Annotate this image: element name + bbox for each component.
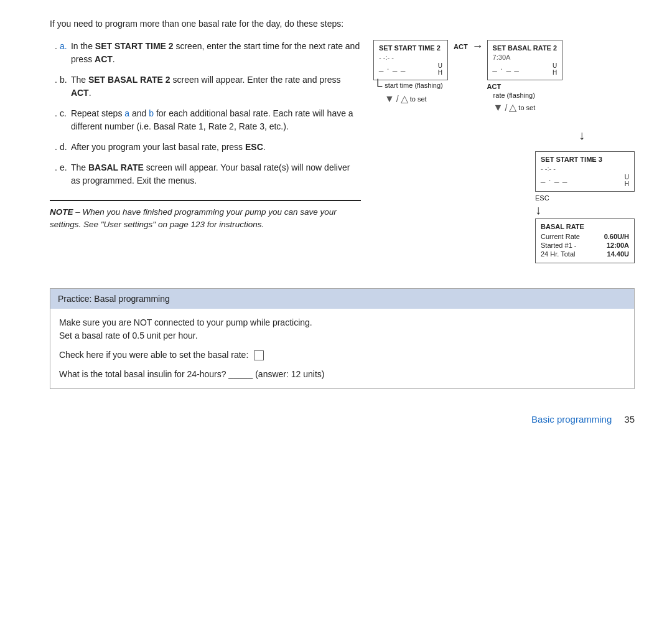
act1-label: ACT	[450, 43, 471, 50]
esc-container: ESC	[535, 194, 635, 202]
step-b: b. The SET BASAL RATE 2 screen will appe…	[50, 73, 361, 100]
screen3-title: SET START TIME 3	[541, 156, 629, 163]
screen3-container: SET START TIME 3 - -:- - _ . _ _ UH ESC …	[535, 151, 635, 263]
screen2-with-act: SET BASAL RATE 2 7:30A _ . _ _ UH ACT ra…	[487, 40, 563, 113]
footer-row: Basic programming 35	[50, 414, 635, 425]
screen2-title: SET BASAL RATE 2	[493, 44, 558, 52]
right-column: SET START TIME 2 - -:- - _ . _ _ UH └ st…	[373, 40, 635, 263]
basal-value-1: 0.60U/H	[604, 233, 629, 240]
note-text: NOTE – When you have finished programmin…	[50, 206, 361, 232]
triangle-up-icon-2: △	[509, 101, 516, 113]
start-time-annotation: └ start time (flashing)	[373, 82, 448, 90]
footer-page-num: 35	[624, 414, 635, 425]
bracket-annotation: └	[373, 82, 382, 90]
basal-value-3: 14.40U	[607, 250, 629, 258]
screen1-box: SET START TIME 2 - -:- - _ . _ _ UH	[373, 40, 448, 80]
screen3-uh: UH	[625, 174, 629, 187]
slash-divider-2: /	[505, 103, 507, 113]
start-time-label: start time (flashing)	[385, 82, 443, 89]
step-d: d. After you program your last basal rat…	[50, 141, 361, 154]
screen2-dashes: _ . _ _ UH	[493, 62, 558, 76]
screen1-uh: UH	[438, 62, 442, 76]
step-c: c. Repeat steps a and b for each additio…	[50, 107, 361, 133]
left-column: a. In the SET START TIME 2 screen, enter…	[50, 40, 361, 263]
screen1-container: SET START TIME 2 - -:- - _ . _ _ UH └ st…	[373, 40, 448, 105]
basal-rate-screen: BASAL RATE Current Rate 0.60U/H Started …	[535, 218, 635, 263]
screen1-title: SET START TIME 2	[379, 44, 442, 52]
triangle-up-icon: △	[401, 93, 408, 105]
screen2-value: 7:30A	[493, 54, 558, 61]
triangle-down-icon-2: ▼	[493, 102, 503, 113]
screen1-icons: ▼ / △ to set	[385, 93, 448, 105]
basal-label-1: Current Rate	[541, 233, 580, 240]
basal-row-2: Started #1 - 12:00A	[541, 242, 629, 249]
practice-body: Make sure you are NOT connected to your …	[50, 309, 634, 388]
practice-line3: Check here if you were able to set the b…	[59, 349, 625, 362]
to-set-label-1: to set	[410, 95, 427, 103]
screens-row-1: SET START TIME 2 - -:- - _ . _ _ UH └ st…	[373, 40, 635, 113]
slash-divider-1: /	[396, 94, 399, 104]
act2-below: ACT	[487, 83, 563, 90]
basal-value-2: 12:00A	[607, 242, 629, 249]
act1-container: ACT →	[448, 40, 487, 72]
footer-page-link: Basic programming	[531, 414, 612, 425]
screen3-dashes: _ . _ _ UH	[541, 174, 629, 187]
arrow-right-1: →	[472, 40, 483, 53]
screen1-timedots: - -:- -	[379, 54, 442, 61]
main-content: a. In the SET START TIME 2 screen, enter…	[50, 40, 635, 263]
triangle-down-icon: ▼	[385, 93, 394, 105]
note-section: NOTE – When you have finished programmin…	[50, 200, 361, 232]
act2-label: ACT	[487, 83, 502, 90]
screen3-box: SET START TIME 3 - -:- - _ . _ _ UH	[535, 151, 635, 192]
basal-label-2: Started #1 -	[541, 242, 576, 249]
screen1-dashes: _ . _ _ UH	[379, 62, 442, 76]
to-set-label-2: to set	[518, 104, 535, 111]
step-a: a. In the SET START TIME 2 screen, enter…	[50, 40, 361, 66]
screen2-uh: UH	[553, 62, 557, 76]
checkbox-basal-rate[interactable]	[254, 350, 264, 360]
practice-header: Practice: Basal programming	[50, 289, 634, 309]
basal-row-3: 24 Hr. Total 14.40U	[541, 250, 629, 258]
screen3-row: SET START TIME 3 - -:- - _ . _ _ UH ESC …	[373, 151, 635, 263]
basal-label-3: 24 Hr. Total	[541, 250, 575, 258]
practice-line1: Make sure you are NOT connected to your …	[59, 316, 625, 342]
rate-annotation: rate (flashing)	[493, 92, 563, 99]
arrow-down-3: ↓	[535, 203, 635, 217]
arrow-down-1: ↓	[579, 128, 585, 143]
practice-line4: What is the total basal insulin for 24-h…	[59, 368, 625, 381]
note-label: NOTE	[50, 207, 73, 217]
esc-label: ESC	[535, 194, 549, 202]
basal-row-1: Current Rate 0.60U/H	[541, 233, 629, 240]
practice-section: Practice: Basal programming Make sure yo…	[50, 288, 635, 389]
screen2-box: SET BASAL RATE 2 7:30A _ . _ _ UH	[487, 40, 563, 80]
steps-list: a. In the SET START TIME 2 screen, enter…	[50, 40, 361, 187]
basal-rate-title: BASAL RATE	[541, 223, 629, 230]
screen3-timedots: - -:- -	[541, 165, 629, 172]
screen2-col: SET BASAL RATE 2 7:30A _ . _ _ UH ACT ra…	[487, 40, 563, 113]
screen2-icons: ▼ / △ to set	[493, 101, 563, 113]
intro-text: If you need to program more than one bas…	[50, 19, 635, 29]
arrow-down-row1: ↓	[373, 128, 635, 143]
step-e: e. The BASAL RATE screen will appear. Yo…	[50, 161, 361, 187]
